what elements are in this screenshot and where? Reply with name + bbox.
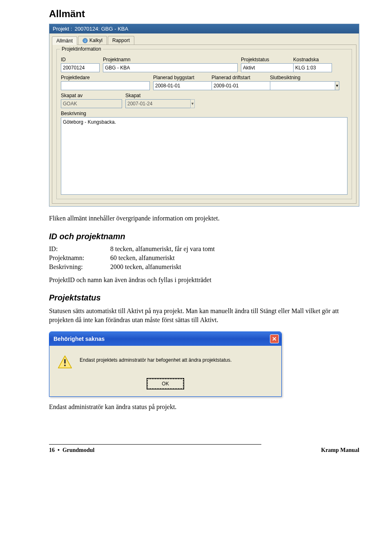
skapat-av-field (61, 99, 122, 108)
label-projektnamn: Projektnamn (103, 57, 238, 62)
projekt-window: Projekt : 20070124: GBG - KBA Allmänt i … (49, 24, 359, 207)
table-row: Beskrivning: 2000 tecken, alfanumeriskt (49, 262, 223, 271)
ok-button[interactable]: OK (147, 378, 184, 389)
dialog-title: Behörighet saknas (53, 336, 105, 342)
dialog-message: Endast projektets adminstratör har befog… (80, 355, 232, 363)
info-icon: i (82, 38, 88, 43)
footer-bullet: • (58, 447, 60, 453)
svg-rect-4 (64, 365, 66, 367)
behorighet-dialog: Behörighet saknas ✕ Endast projektets ad… (49, 331, 282, 397)
footer-manual-name: Kramp Manual (321, 447, 359, 454)
heading-projektstatus: Projektstatus (49, 293, 359, 303)
slutbesiktning-dropdown-button[interactable]: ▼ (335, 81, 339, 90)
def-val: 60 tecken, alfanumeriskt (110, 254, 223, 262)
note-text: ProjektID och namn kan även ändras och f… (49, 276, 359, 285)
planerad-driftstart-field[interactable] (212, 81, 276, 90)
tab-label: Kalkyl (89, 38, 102, 43)
footer-section: Grundmodul (62, 447, 95, 453)
groupbox-legend: Projektinformation (60, 46, 103, 52)
table-row: Projektnamn: 60 tecken, alfanumeriskt (49, 254, 223, 262)
projektledare-field[interactable] (61, 81, 150, 90)
tab-label: Allmänt (56, 38, 73, 44)
def-val: 2000 tecken, alfanumeriskt (110, 262, 223, 271)
slutbesiktning-field[interactable] (270, 81, 335, 90)
footer-page-number: 16 (49, 447, 55, 453)
planerad-byggstart-field[interactable] (153, 81, 218, 90)
def-key: Beskrivning: (49, 262, 110, 271)
projektnamn-field[interactable] (103, 63, 238, 72)
skapat-field (125, 99, 190, 108)
label-projektledare: Projektledare (61, 75, 150, 80)
label-skapat-av: Skapat av (61, 93, 122, 98)
tab-kalkyl[interactable]: i Kalkyl (78, 36, 107, 44)
chevron-down-icon: ▼ (335, 84, 339, 88)
id-field[interactable] (61, 63, 100, 72)
dialog-caption: Endast administratör kan ändra status på… (49, 403, 359, 412)
label-id: ID (61, 57, 100, 62)
label-kostnadskalkyl: Kostnadska (293, 57, 332, 62)
close-icon: ✕ (272, 336, 277, 342)
tab-allmant[interactable]: Allmänt (52, 36, 77, 45)
footer-rule (49, 444, 261, 445)
table-row: ID: 8 tecken, alfanumeriskt, får ej vara… (49, 245, 223, 254)
def-val: 8 tecken, alfanumeriskt, får ej vara tom… (110, 245, 223, 254)
intro-text: Fliken allmänt innehåller övergripande i… (49, 214, 359, 223)
def-key: ID: (49, 245, 110, 254)
close-button[interactable]: ✕ (270, 334, 279, 343)
chevron-down-icon: ▼ (191, 102, 194, 106)
titlebar-label: Projekt : (53, 26, 72, 32)
label-beskrivning: Beskrivning (61, 111, 347, 116)
heading-id-och-projektnamn: ID och projektnamn (49, 232, 359, 241)
warning-icon (58, 355, 72, 369)
page-heading: Allmänt (49, 8, 359, 20)
status-body-text: Statusen sätts automatiskt till Aktivt p… (49, 307, 359, 324)
page-footer: 16 • Grundmodul Kramp Manual (49, 447, 359, 454)
beskrivning-field[interactable] (61, 117, 347, 195)
label-slutbesiktning: Slutbesiktning (270, 75, 327, 80)
label-planerad-byggstart: Planerad byggstart (153, 75, 208, 80)
label-projektstatus: Projektstatus (241, 57, 290, 62)
tab-rapport[interactable]: Rapport (108, 36, 134, 44)
projektinformation-group: Projektinformation ID Projektnamn Projek… (56, 49, 352, 199)
label-skapat: Skapat (125, 93, 180, 98)
def-key: Projektnamn: (49, 254, 110, 262)
tab-label: Rapport (112, 38, 130, 43)
svg-rect-3 (64, 359, 66, 364)
definitions-table: ID: 8 tecken, alfanumeriskt, får ej vara… (49, 245, 223, 271)
kostnadskalkyl-field[interactable] (293, 63, 332, 72)
dialog-titlebar: Behörighet saknas ✕ (49, 332, 281, 346)
tabs-row: Allmänt i Kalkyl Rapport (49, 33, 359, 44)
titlebar-value: 20070124: GBG - KBA (75, 26, 129, 32)
skapat-dropdown-button: ▼ (190, 99, 195, 108)
label-planerad-driftstart: Planerad driftstart (212, 75, 267, 80)
window-titlebar: Projekt : 20070124: GBG - KBA (49, 24, 359, 33)
